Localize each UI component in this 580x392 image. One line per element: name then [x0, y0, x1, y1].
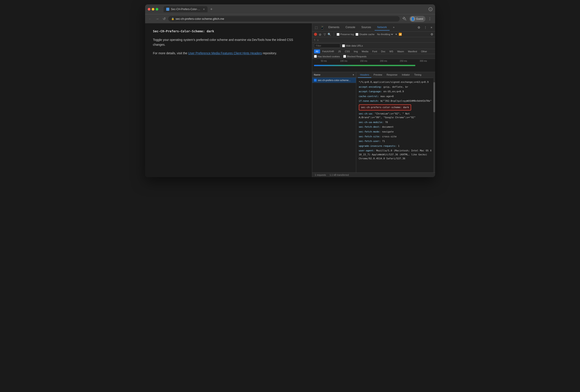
timeline-mark-300: 300 ms [413, 60, 433, 62]
tab-response[interactable]: Response [384, 72, 400, 78]
settings-icon[interactable]: ⚙ [417, 25, 421, 30]
devtools-status-bar: 1 requests 1.1 kB transferred [312, 173, 435, 177]
more-options-icon[interactable]: ⋮ [423, 25, 428, 30]
disable-cache-label[interactable]: Disable cache [356, 33, 374, 36]
scrollbar-thumb[interactable] [433, 82, 435, 112]
header-line-12: upgrade-insecure-requests: 1 [359, 144, 433, 149]
network-gear-icon[interactable]: ⚙ [431, 32, 433, 36]
tab-network[interactable]: Network [375, 24, 390, 30]
timeline-mark-200: 200 ms [374, 60, 394, 62]
hide-data-urls-text: Hide data URLs [346, 44, 363, 47]
tab-sources[interactable]: Sources [359, 24, 374, 30]
record-button[interactable] [314, 33, 317, 36]
devtools-select-icon[interactable]: ⬚ [314, 25, 319, 30]
blocked-cookies-checkbox[interactable] [314, 55, 317, 58]
title-bar: Sec-CH-Prefers-Color-Schem... × + ⊙ [145, 4, 435, 14]
new-tab-button[interactable]: + [209, 6, 214, 12]
tab-timing[interactable]: Timing [412, 72, 424, 78]
checkbox-row: Has blocked cookies Blocked Requests [312, 54, 435, 59]
disable-cache-text: Disable cache [359, 33, 374, 36]
main-area: Sec-CH-Prefers-Color-Scheme: dark Toggle… [145, 23, 435, 177]
back-button[interactable]: ← [148, 16, 153, 22]
type-btn-media[interactable]: Media [360, 49, 370, 53]
address-bar: ← → ↺ 🔒 sec-ch-prefers-color-scheme.glit… [145, 14, 435, 23]
url-display: sec-ch-prefers-color-scheme.glitch.me [176, 17, 224, 20]
stop-button[interactable]: ⊘ [319, 33, 322, 36]
tab-initiator[interactable]: Initiator [400, 72, 412, 78]
minimize-window-button[interactable] [152, 8, 154, 10]
tab-more[interactable]: » [391, 24, 397, 30]
throttle-select[interactable]: No throttling Slow 3G Fast 3G [376, 33, 394, 36]
browser-tab[interactable]: Sec-CH-Prefers-Color-Schem... × [163, 6, 208, 12]
name-column-header: Name × [312, 72, 356, 78]
data-transferred: 1.1 kB transferred [330, 174, 349, 176]
hide-data-urls-checkbox[interactable] [342, 44, 345, 47]
close-window-button[interactable] [148, 8, 150, 10]
right-controls: 🔌 👤 Guest ⋮ [402, 16, 432, 22]
header-line-11: sec-fetch-user: ?1 [359, 139, 433, 144]
webpage-paragraph1: Toggle your operating system's preferred… [153, 37, 304, 47]
type-btn-font[interactable]: Font [370, 49, 379, 53]
extensions-button[interactable]: 🔌 [402, 16, 408, 22]
user-preference-link[interactable]: User Preference Media Features Client Hi… [188, 51, 262, 55]
tab-bar: Sec-CH-Prefers-Color-Schem... × + [163, 6, 427, 12]
tab-favicon [166, 8, 169, 11]
forward-button[interactable]: → [155, 16, 160, 22]
type-btn-css[interactable]: CSS [343, 49, 352, 53]
type-btn-doc[interactable]: Doc [379, 49, 387, 53]
paragraph2-prefix: For more details, visit the [153, 51, 188, 55]
type-btn-wasm[interactable]: Wasm [396, 49, 406, 53]
tab-close-button[interactable]: × [203, 7, 205, 11]
tab-title: Sec-CH-Prefers-Color-Schem... [171, 8, 201, 11]
header-line-1: */%;q=0.8,application/signed-exchange;v=… [359, 80, 433, 85]
devtools-toolbar: ⬚ 📱 Elements Console Sources Network » ⚙… [312, 23, 435, 32]
blocked-requests-label[interactable]: Blocked Requests [343, 55, 367, 58]
devtools-device-icon[interactable]: 📱 [319, 25, 325, 30]
blocked-cookies-label[interactable]: Has blocked cookies [314, 55, 340, 58]
network-settings-icon[interactable]: 📶 [399, 33, 402, 36]
search-button[interactable]: 🔍 [328, 33, 331, 36]
webpage-content: Sec-CH-Prefers-Color-Scheme: dark Toggle… [145, 23, 312, 177]
type-btn-js[interactable]: JS [336, 49, 343, 53]
preserve-log-checkbox[interactable] [337, 33, 339, 36]
maximize-window-button[interactable] [156, 8, 158, 10]
disable-cache-checkbox[interactable] [356, 33, 358, 36]
preserve-log-label[interactable]: Preserve log [337, 33, 354, 36]
tab-preview[interactable]: Preview [371, 72, 384, 78]
headers-tabs: Headers Preview Response Initiator Timin… [356, 72, 435, 78]
type-btn-manifest[interactable]: Manifest [406, 49, 419, 53]
tab-console[interactable]: Console [343, 24, 358, 30]
tab-elements[interactable]: Elements [326, 24, 342, 30]
tab-headers[interactable]: Headers [358, 72, 372, 78]
download-icon[interactable]: ↓ [317, 38, 319, 42]
blocked-requests-checkbox[interactable] [343, 55, 346, 58]
filter-button[interactable]: ▽ [324, 33, 326, 36]
upload-icon[interactable]: ↑ [314, 38, 315, 42]
type-btn-all[interactable]: All [314, 49, 320, 53]
type-btn-ws[interactable]: WS [388, 49, 395, 53]
menu-button[interactable]: ⋮ [427, 16, 433, 22]
close-devtools-icon[interactable]: × [430, 25, 433, 30]
network-toolbar: ⊘ ▽ 🔍 Preserve log Disable cache No thro… [312, 32, 435, 37]
window-controls-right: ⊙ [429, 7, 433, 11]
timeline-mark-250: 250 ms [394, 60, 414, 62]
type-btn-img[interactable]: Img [352, 49, 359, 53]
timeline-ruler: 50 ms 100 ms 150 ms 200 ms 250 ms 300 ms [312, 59, 435, 63]
profile-button[interactable]: 👤 Guest [409, 16, 425, 22]
hide-data-urls-label[interactable]: Hide data URLs [342, 44, 363, 47]
filter-input[interactable] [314, 43, 340, 48]
name-col-close[interactable]: × [353, 73, 354, 76]
header-line-5: if-none-match: W/"392-B+pCtpzl+pyWUSHMRn… [359, 99, 433, 103]
network-row[interactable]: sec-ch-prefers-color-scheme... [312, 78, 356, 83]
address-input-container[interactable]: 🔒 sec-ch-prefers-color-scheme.glitch.me [168, 16, 400, 21]
reload-button[interactable]: ↺ [162, 16, 166, 22]
devtools-panel: ⬚ 📱 Elements Console Sources Network » ⚙… [312, 23, 435, 177]
blocked-cookies-text: Has blocked cookies [318, 55, 340, 58]
webpage-title: Sec-CH-Prefers-Color-Scheme: dark [153, 29, 304, 33]
type-btn-other[interactable]: Other [419, 49, 429, 53]
header-line-3: accept-language: en-US,en;q=0.9 [359, 89, 433, 94]
header-line-13: user-agent: Mozilla/5.0 (Macintosh; Inte… [359, 148, 433, 161]
type-btn-fetchxhr[interactable]: Fetch/XHR [320, 49, 336, 53]
network-request-list: Name × sec-ch-prefers-color-scheme... [312, 72, 356, 173]
traffic-lights [148, 8, 158, 10]
